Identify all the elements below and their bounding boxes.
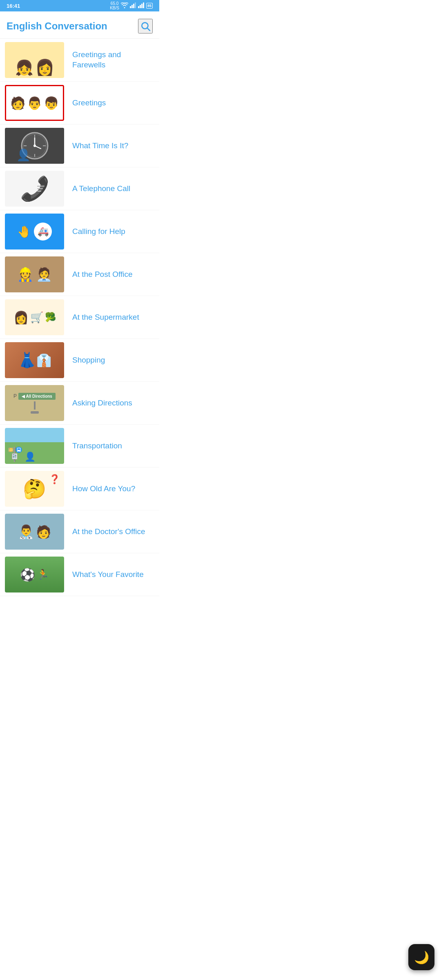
svg-rect-0 — [130, 6, 131, 8]
list-item[interactable]: 👗 👔 Shopping — [0, 339, 159, 382]
lesson-thumbnail: 👩 🛒 🥦 — [5, 299, 64, 335]
svg-line-9 — [147, 28, 150, 31]
lesson-title: What Time Is It? — [72, 141, 128, 151]
lesson-title: A Telephone Call — [72, 184, 130, 194]
lesson-title: Asking Directions — [72, 398, 132, 408]
svg-rect-5 — [140, 5, 141, 8]
lesson-title: At the Post Office — [72, 270, 133, 280]
wifi-icon — [121, 2, 128, 9]
list-item[interactable]: 🚏 👤 Transportation — [0, 425, 159, 468]
lesson-thumbnail: ⚽ 🏃 — [5, 557, 64, 592]
lesson-thumbnail: 🚏 👤 — [5, 428, 64, 464]
lesson-title: How Old Are You? — [72, 484, 135, 494]
list-item[interactable]: ⚽ 🏃 What's Your Favorite — [0, 553, 159, 596]
list-item[interactable]: 🧑👨👦 Greetings — [0, 82, 159, 125]
status-icons: 65.0KB/S — [110, 1, 153, 10]
lesson-thumbnail: 🧑👨👦 — [5, 85, 64, 121]
list-item[interactable]: P ◀ All Directions Asking Directions — [0, 382, 159, 425]
search-icon — [140, 21, 151, 31]
lesson-thumbnail: 👷 🧑‍💼 — [5, 256, 64, 292]
lesson-thumbnail: 🤚 🚑 — [5, 214, 64, 249]
lesson-thumbnail: 🤔 ❓ — [5, 471, 64, 507]
svg-rect-6 — [141, 4, 143, 8]
lesson-title: Greetings and Farewells — [72, 50, 154, 70]
lesson-thumbnail: 👤 — [5, 128, 64, 164]
lesson-title: What's Your Favorite — [72, 570, 144, 580]
lesson-title: Shopping — [72, 355, 105, 365]
list-item[interactable]: 🤔 ❓ How Old Are You? — [0, 468, 159, 510]
lesson-title: Greetings — [72, 98, 106, 108]
page-title: English Conversation — [7, 20, 107, 32]
list-item[interactable]: 👨‍⚕️ 🧑 At the Doctor's Office — [0, 510, 159, 553]
svg-rect-1 — [131, 5, 133, 8]
list-item[interactable]: 🤚 🚑 Calling for Help — [0, 210, 159, 253]
signal-icon — [130, 2, 136, 9]
lesson-title: Transportation — [72, 441, 122, 451]
svg-rect-2 — [133, 4, 134, 8]
lesson-thumbnail: 👗 👔 — [5, 342, 64, 378]
svg-point-18 — [33, 145, 36, 147]
lesson-title: Calling for Help — [72, 227, 125, 237]
lesson-thumbnail: 📞 — [5, 171, 64, 207]
lesson-thumbnail: 👧 👩 — [5, 42, 64, 78]
list-item[interactable]: 📞 A Telephone Call — [0, 167, 159, 210]
status-bar: 16:41 65.0KB/S — [0, 0, 159, 11]
lesson-thumbnail: 👨‍⚕️ 🧑 — [5, 514, 64, 550]
list-item[interactable]: 👧 👩 Greetings and Farewells — [0, 39, 159, 82]
lesson-list: 👧 👩 Greetings and Farewells 🧑👨👦 Greeting… — [0, 39, 159, 596]
list-item[interactable]: 👩 🛒 🥦 At the Supermarket — [0, 296, 159, 339]
signal-icon-2 — [138, 2, 145, 9]
battery-icon: 85 — [146, 3, 153, 9]
list-item[interactable]: 👷 🧑‍💼 At the Post Office — [0, 253, 159, 296]
lesson-title: At the Supermarket — [72, 312, 139, 323]
status-time: 16:41 — [7, 3, 20, 9]
svg-rect-4 — [138, 6, 139, 8]
list-item[interactable]: 👤 What Time Is It? — [0, 125, 159, 167]
lesson-title: At the Doctor's Office — [72, 527, 145, 537]
svg-rect-3 — [135, 2, 136, 8]
svg-rect-7 — [143, 2, 144, 8]
speed-indicator: 65.0KB/S — [110, 1, 119, 10]
search-button[interactable] — [138, 19, 153, 33]
app-header: English Conversation — [0, 11, 159, 39]
lesson-thumbnail: P ◀ All Directions — [5, 385, 64, 421]
